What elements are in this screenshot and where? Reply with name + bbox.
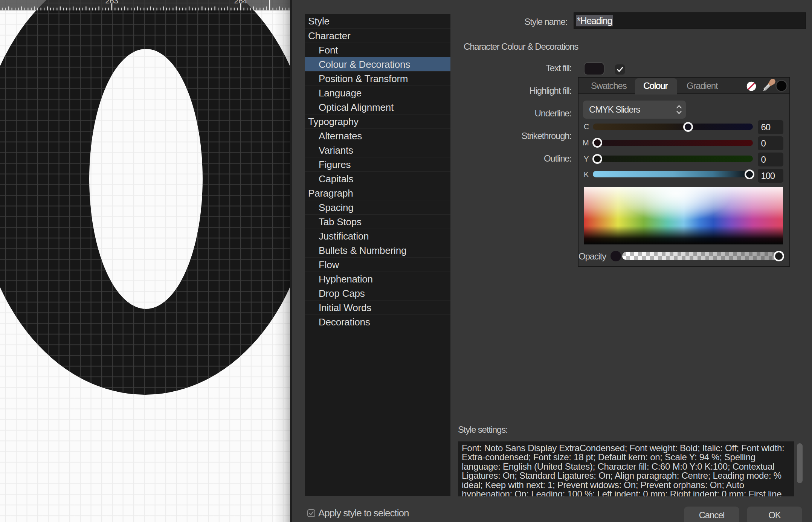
svg-text:264: 264 <box>234 0 247 5</box>
svg-text:263: 263 <box>105 0 118 5</box>
